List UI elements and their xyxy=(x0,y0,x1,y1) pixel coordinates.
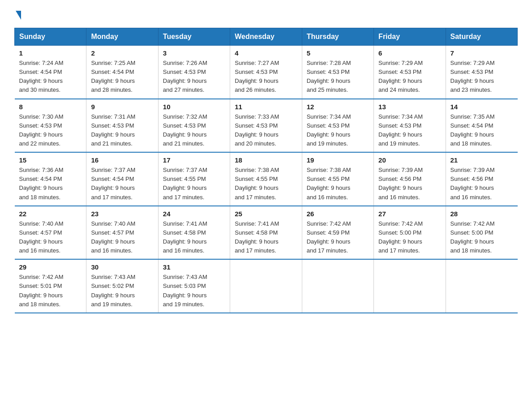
calendar-cell: 18 Sunrise: 7:38 AMSunset: 4:55 PMDaylig… xyxy=(230,152,302,206)
day-number: 25 xyxy=(235,210,297,218)
day-of-week-header: Saturday xyxy=(446,28,517,46)
day-number: 21 xyxy=(450,156,513,164)
day-info: Sunrise: 7:37 AMSunset: 4:54 PMDaylight:… xyxy=(91,166,153,202)
day-of-week-header: Monday xyxy=(86,28,158,46)
day-number: 20 xyxy=(378,156,441,164)
day-info: Sunrise: 7:38 AMSunset: 4:55 PMDaylight:… xyxy=(307,166,369,202)
day-info: Sunrise: 7:36 AMSunset: 4:54 PMDaylight:… xyxy=(19,166,82,202)
day-info: Sunrise: 7:33 AMSunset: 4:53 PMDaylight:… xyxy=(235,112,297,149)
day-number: 7 xyxy=(450,49,513,57)
day-info: Sunrise: 7:37 AMSunset: 4:55 PMDaylight:… xyxy=(163,166,225,202)
calendar-cell: 14 Sunrise: 7:35 AMSunset: 4:54 PMDaylig… xyxy=(446,99,517,153)
day-info: Sunrise: 7:28 AMSunset: 4:53 PMDaylight:… xyxy=(307,59,369,95)
day-info: Sunrise: 7:42 AMSunset: 5:00 PMDaylight:… xyxy=(378,219,441,256)
day-info: Sunrise: 7:41 AMSunset: 4:58 PMDaylight:… xyxy=(235,219,297,256)
day-number: 29 xyxy=(19,263,82,271)
calendar-cell: 1 Sunrise: 7:24 AMSunset: 4:54 PMDayligh… xyxy=(15,46,86,99)
day-number: 5 xyxy=(307,49,369,57)
calendar-cell: 6 Sunrise: 7:29 AMSunset: 4:53 PMDayligh… xyxy=(374,46,446,99)
calendar-cell: 13 Sunrise: 7:34 AMSunset: 4:53 PMDaylig… xyxy=(374,99,446,153)
calendar-week-row: 1 Sunrise: 7:24 AMSunset: 4:54 PMDayligh… xyxy=(15,46,518,99)
logo xyxy=(14,11,21,19)
calendar-cell: 31 Sunrise: 7:43 AMSunset: 5:03 PMDaylig… xyxy=(158,259,230,313)
day-info: Sunrise: 7:24 AMSunset: 4:54 PMDaylight:… xyxy=(19,59,82,95)
logo-arrow-icon xyxy=(16,11,21,20)
calendar-cell: 22 Sunrise: 7:40 AMSunset: 4:57 PMDaylig… xyxy=(15,206,86,260)
day-number: 28 xyxy=(450,210,513,218)
calendar-cell: 15 Sunrise: 7:36 AMSunset: 4:54 PMDaylig… xyxy=(15,152,86,206)
day-number: 17 xyxy=(163,156,225,164)
calendar-cell: 21 Sunrise: 7:39 AMSunset: 4:56 PMDaylig… xyxy=(446,152,517,206)
day-number: 16 xyxy=(91,156,153,164)
day-number: 4 xyxy=(235,49,297,57)
day-info: Sunrise: 7:42 AMSunset: 5:01 PMDaylight:… xyxy=(19,273,82,309)
day-number: 3 xyxy=(163,49,225,57)
calendar-cell: 12 Sunrise: 7:34 AMSunset: 4:53 PMDaylig… xyxy=(302,99,373,153)
day-info: Sunrise: 7:25 AMSunset: 4:54 PMDaylight:… xyxy=(91,59,153,95)
day-info: Sunrise: 7:39 AMSunset: 4:56 PMDaylight:… xyxy=(450,166,513,202)
calendar-cell: 11 Sunrise: 7:33 AMSunset: 4:53 PMDaylig… xyxy=(230,99,302,153)
calendar-cell xyxy=(302,259,373,313)
calendar-cell: 5 Sunrise: 7:28 AMSunset: 4:53 PMDayligh… xyxy=(302,46,373,99)
day-number: 19 xyxy=(307,156,369,164)
calendar-week-row: 22 Sunrise: 7:40 AMSunset: 4:57 PMDaylig… xyxy=(15,206,518,260)
day-number: 31 xyxy=(163,263,225,271)
day-info: Sunrise: 7:29 AMSunset: 4:53 PMDaylight:… xyxy=(378,59,441,95)
calendar-cell xyxy=(446,259,517,313)
calendar-cell: 20 Sunrise: 7:39 AMSunset: 4:56 PMDaylig… xyxy=(374,152,446,206)
calendar-cell: 16 Sunrise: 7:37 AMSunset: 4:54 PMDaylig… xyxy=(86,152,158,206)
day-number: 1 xyxy=(19,49,82,57)
day-number: 30 xyxy=(91,263,153,271)
day-number: 26 xyxy=(307,210,369,218)
calendar-cell: 8 Sunrise: 7:30 AMSunset: 4:53 PMDayligh… xyxy=(15,99,86,153)
calendar-week-row: 15 Sunrise: 7:36 AMSunset: 4:54 PMDaylig… xyxy=(15,152,518,206)
calendar-cell: 3 Sunrise: 7:26 AMSunset: 4:53 PMDayligh… xyxy=(158,46,230,99)
day-info: Sunrise: 7:27 AMSunset: 4:53 PMDaylight:… xyxy=(235,59,297,95)
day-of-week-header: Wednesday xyxy=(230,28,302,46)
day-info: Sunrise: 7:40 AMSunset: 4:57 PMDaylight:… xyxy=(19,219,82,256)
calendar-cell: 28 Sunrise: 7:42 AMSunset: 5:00 PMDaylig… xyxy=(446,206,517,260)
day-info: Sunrise: 7:32 AMSunset: 4:53 PMDaylight:… xyxy=(163,112,225,149)
calendar-cell: 17 Sunrise: 7:37 AMSunset: 4:55 PMDaylig… xyxy=(158,152,230,206)
day-number: 18 xyxy=(235,156,297,164)
day-number: 12 xyxy=(307,103,369,111)
calendar-cell: 23 Sunrise: 7:40 AMSunset: 4:57 PMDaylig… xyxy=(86,206,158,260)
day-number: 27 xyxy=(378,210,441,218)
calendar-cell: 2 Sunrise: 7:25 AMSunset: 4:54 PMDayligh… xyxy=(86,46,158,99)
calendar-cell xyxy=(374,259,446,313)
day-number: 8 xyxy=(19,103,82,111)
calendar-cell: 10 Sunrise: 7:32 AMSunset: 4:53 PMDaylig… xyxy=(158,99,230,153)
calendar-cell: 27 Sunrise: 7:42 AMSunset: 5:00 PMDaylig… xyxy=(374,206,446,260)
day-info: Sunrise: 7:29 AMSunset: 4:53 PMDaylight:… xyxy=(450,59,513,95)
calendar-cell: 9 Sunrise: 7:31 AMSunset: 4:53 PMDayligh… xyxy=(86,99,158,153)
day-info: Sunrise: 7:43 AMSunset: 5:02 PMDaylight:… xyxy=(91,273,153,309)
day-of-week-header: Sunday xyxy=(15,28,86,46)
day-number: 15 xyxy=(19,156,82,164)
day-number: 11 xyxy=(235,103,297,111)
day-info: Sunrise: 7:43 AMSunset: 5:03 PMDaylight:… xyxy=(163,273,225,309)
calendar-cell: 30 Sunrise: 7:43 AMSunset: 5:02 PMDaylig… xyxy=(86,259,158,313)
days-header-row: SundayMondayTuesdayWednesdayThursdayFrid… xyxy=(15,28,518,46)
calendar-week-row: 29 Sunrise: 7:42 AMSunset: 5:01 PMDaylig… xyxy=(15,259,518,313)
day-number: 24 xyxy=(163,210,225,218)
page-header xyxy=(14,11,518,19)
calendar-cell: 25 Sunrise: 7:41 AMSunset: 4:58 PMDaylig… xyxy=(230,206,302,260)
calendar-cell: 4 Sunrise: 7:27 AMSunset: 4:53 PMDayligh… xyxy=(230,46,302,99)
day-info: Sunrise: 7:38 AMSunset: 4:55 PMDaylight:… xyxy=(235,166,297,202)
calendar-table: SundayMondayTuesdayWednesdayThursdayFrid… xyxy=(14,28,518,313)
day-info: Sunrise: 7:42 AMSunset: 4:59 PMDaylight:… xyxy=(307,219,369,256)
day-of-week-header: Friday xyxy=(374,28,446,46)
calendar-week-row: 8 Sunrise: 7:30 AMSunset: 4:53 PMDayligh… xyxy=(15,99,518,153)
day-number: 14 xyxy=(450,103,513,111)
day-info: Sunrise: 7:26 AMSunset: 4:53 PMDaylight:… xyxy=(163,59,225,95)
day-info: Sunrise: 7:40 AMSunset: 4:57 PMDaylight:… xyxy=(91,219,153,256)
day-info: Sunrise: 7:30 AMSunset: 4:53 PMDaylight:… xyxy=(19,112,82,149)
calendar-cell xyxy=(230,259,302,313)
calendar-cell: 19 Sunrise: 7:38 AMSunset: 4:55 PMDaylig… xyxy=(302,152,373,206)
day-info: Sunrise: 7:35 AMSunset: 4:54 PMDaylight:… xyxy=(450,112,513,149)
calendar-cell: 24 Sunrise: 7:41 AMSunset: 4:58 PMDaylig… xyxy=(158,206,230,260)
day-info: Sunrise: 7:31 AMSunset: 4:53 PMDaylight:… xyxy=(91,112,153,149)
calendar-cell: 26 Sunrise: 7:42 AMSunset: 4:59 PMDaylig… xyxy=(302,206,373,260)
day-of-week-header: Tuesday xyxy=(158,28,230,46)
day-number: 2 xyxy=(91,49,153,57)
